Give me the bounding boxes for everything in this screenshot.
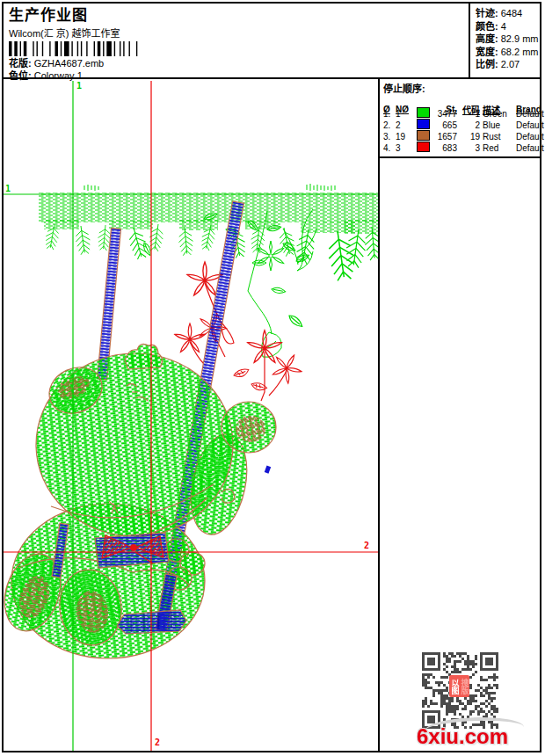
start-marker-left: 1 (5, 184, 11, 193)
row-stitches: 1657 (433, 132, 460, 142)
stop-sequence-title: 停止顺序: (383, 81, 540, 95)
row-stitches: 3477 (433, 109, 460, 119)
table-row: 4. 3 683 3 Red Default (383, 142, 540, 153)
row-desc: Green (483, 109, 516, 119)
stop-sequence-table: 停止顺序: Ø NØ St. 代码 描述 Brand 元素 1. 1 3477 … (380, 79, 540, 158)
width-label: 宽度: (476, 47, 498, 57)
stamp-text-left: 以图 (450, 679, 460, 694)
table-row: 3. 19 1657 19 Rust Default (383, 130, 540, 142)
row-desc: Blue (483, 120, 516, 130)
stamp-text-right: 搜版 (460, 679, 469, 694)
row-stitches: 665 (433, 120, 460, 130)
header-left: 生产作业图 Wilcom(汇 京) 越饰工作室 花版: GZHA4687.emb… (4, 4, 470, 77)
color-swatch (417, 107, 430, 118)
header: 生产作业图 Wilcom(汇 京) 越饰工作室 花版: GZHA4687.emb… (4, 4, 540, 79)
table-row: 2. 2 665 2 Blue Default (383, 119, 540, 130)
site-watermark: 6xiu.com (417, 724, 508, 749)
row-seq: 2. (383, 120, 396, 130)
design-summary-panel: 针迹: 6484 颜色: 4 高度: 82.9 mm 宽度: 68.2 mm 比… (470, 4, 540, 77)
row-brand: Default (516, 109, 545, 119)
row-needle: 1 (396, 109, 417, 119)
row-desc: Rust (483, 132, 516, 142)
row-seq: 1. (383, 109, 396, 119)
row-code: 1 (460, 109, 483, 119)
scale-label: 比例: (476, 59, 498, 69)
row-needle: 2 (396, 120, 417, 130)
stop-sequence-header-row: Ø NØ St. 代码 描述 Brand 元素 (383, 96, 540, 107)
width-value: 68.2 mm (501, 47, 539, 57)
main-area: 1 1 2 2 停止顺序: Ø NØ St. 代码 描述 Brand (4, 79, 540, 751)
right-column: 停止顺序: Ø NØ St. 代码 描述 Brand 元素 1. 1 3477 … (380, 79, 540, 751)
design-file-value: GZHA4687.emb (34, 58, 104, 69)
row-code: 19 (460, 132, 483, 142)
row-code: 3 (460, 143, 483, 153)
page-title: 生产作业图 (9, 7, 469, 25)
teddy-bear (4, 344, 276, 658)
height-value: 82.9 mm (501, 33, 539, 44)
colors-value: 4 (501, 21, 506, 32)
row-stitches: 683 (433, 143, 460, 153)
color-swatch (417, 142, 430, 152)
height-label: 高度: (476, 33, 498, 44)
stitches-value: 6484 (501, 8, 522, 18)
row-brand: Default (516, 120, 545, 130)
row-needle: 19 (396, 132, 417, 142)
row-brand: Default (516, 132, 545, 142)
stitches-label: 针迹: (476, 8, 498, 18)
embroidery-drawing: 1 1 2 2 (4, 79, 378, 751)
design-file-line: 花版: GZHA4687.emb (9, 57, 469, 69)
jump-stitch-mark (265, 466, 271, 474)
start-marker-top: 1 (76, 81, 82, 91)
row-code: 2 (460, 120, 483, 130)
worksheet: 生产作业图 Wilcom(汇 京) 越饰工作室 花版: GZHA4687.emb… (2, 2, 541, 752)
barcode (9, 41, 142, 56)
row-seq: 3. (383, 132, 396, 142)
row-needle: 3 (396, 143, 417, 153)
row-seq: 4. (383, 143, 396, 153)
row-desc: Red (483, 143, 516, 153)
bow-on-bar (95, 533, 169, 568)
design-canvas: 1 1 2 2 (4, 79, 380, 751)
company-name: Wilcom(汇 京) 越饰工作室 (9, 25, 469, 40)
table-row: 1. 1 3477 1 Green Default (383, 107, 540, 119)
color-swatch (417, 130, 430, 141)
design-file-label: 花版: (9, 58, 32, 69)
end-marker-bottom: 2 (155, 738, 160, 747)
row-brand: Default (516, 143, 545, 153)
foliage-border (39, 184, 378, 281)
scale-value: 2.07 (501, 59, 520, 69)
watermark-stamp: 以图 搜版 (449, 675, 469, 697)
end-marker-right: 2 (364, 541, 369, 550)
colors-label: 颜色: (476, 21, 498, 32)
color-swatch (417, 119, 430, 129)
